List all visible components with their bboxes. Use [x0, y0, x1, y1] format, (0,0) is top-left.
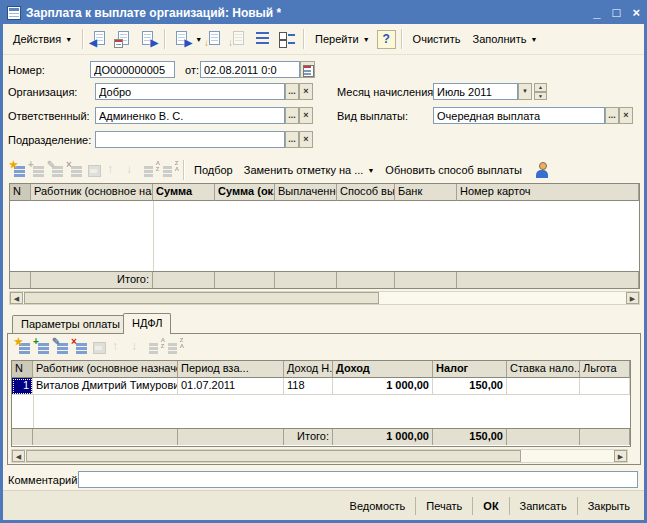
add-row-icon[interactable]: ★: [9, 161, 27, 179]
date-input[interactable]: [200, 61, 300, 78]
sort-asc-icon[interactable]: AZ: [142, 161, 160, 179]
titlebar[interactable]: Зарплата к выплате организаций: Новый * …: [2, 2, 645, 23]
column-header: Период вза...: [178, 361, 284, 378]
payment-type-choose-button[interactable]: ...: [605, 107, 619, 124]
move-up-icon[interactable]: ↑: [104, 161, 122, 179]
benefit-cell[interactable]: [580, 378, 630, 395]
department-input[interactable]: [95, 131, 285, 148]
help-button[interactable]: ?: [377, 30, 396, 49]
department-choose-button[interactable]: ...: [285, 131, 299, 148]
copy-row-icon[interactable]: +: [33, 338, 51, 356]
table-row[interactable]: 1 Виталов Дмитрий Тимурович 01.07.2011 1…: [12, 378, 630, 395]
post-document-icon[interactable]: ↓: [204, 28, 226, 50]
tab-payment-parameters[interactable]: Параметры оплаты: [12, 315, 129, 333]
scroll-thumb[interactable]: [24, 292, 379, 304]
spin-up-icon[interactable]: ▲: [534, 83, 547, 92]
rate-cell[interactable]: [507, 378, 580, 395]
column-header: Доход: [333, 361, 433, 378]
ndfl-h-scrollbar[interactable]: ◀ ▶: [11, 449, 628, 463]
organization-clear-button[interactable]: ×: [299, 83, 313, 100]
statement-button[interactable]: Ведомость: [340, 493, 416, 519]
person-icon[interactable]: [534, 161, 550, 179]
payments-table-body[interactable]: [10, 201, 639, 271]
end-edit-icon[interactable]: [85, 161, 103, 179]
period-cell[interactable]: 01.07.2011: [178, 378, 284, 395]
department-clear-button[interactable]: ×: [299, 131, 313, 148]
document-list-icon[interactable]: [252, 28, 274, 50]
number-input[interactable]: [90, 61, 175, 78]
doc-number-icon[interactable]: [113, 28, 135, 50]
settings-checklist-icon[interactable]: [276, 28, 298, 50]
copy-dropdown-icon[interactable]: ▼: [195, 36, 202, 43]
payments-h-scrollbar[interactable]: ◀ ▶: [9, 291, 640, 305]
column-header: Банк: [395, 184, 457, 201]
clear-button[interactable]: Очистить: [408, 31, 466, 47]
goto-menu-button[interactable]: Перейти ▼: [310, 31, 375, 47]
actions-menu-button[interactable]: Действия ▼: [8, 31, 77, 47]
doc-prev-icon[interactable]: ◀: [89, 28, 111, 50]
payments-table-footer: Итого:: [10, 271, 639, 288]
scroll-left-button[interactable]: ◀: [12, 450, 25, 462]
move-up-icon[interactable]: ↑: [109, 338, 127, 356]
scroll-right-button[interactable]: ▶: [626, 292, 639, 304]
month-spinner[interactable]: ▲ ▼: [534, 83, 547, 100]
window-controls: _ □ ×: [593, 6, 640, 19]
responsible-input[interactable]: [95, 107, 285, 124]
ndfl-panel: ★ + ✎ × ↑ ↓ AZ ZA N Работник (основное н…: [7, 333, 641, 465]
scroll-left-button[interactable]: ◀: [10, 292, 23, 304]
replace-mark-button[interactable]: Заменить отметку на ... ▼: [239, 162, 380, 178]
number-label: Номер:: [8, 64, 45, 76]
date-label: от:: [185, 64, 199, 76]
responsible-label: Ответственный:: [8, 110, 90, 122]
month-dropdown-button[interactable]: ▼: [518, 83, 532, 100]
sort-desc-icon[interactable]: ZA: [161, 161, 179, 179]
payment-type-input[interactable]: [433, 107, 605, 124]
scroll-thumb[interactable]: [26, 450, 521, 462]
tab-ndfl[interactable]: НДФЛ: [123, 313, 171, 334]
responsible-choose-button[interactable]: ...: [285, 107, 299, 124]
spin-down-icon[interactable]: ▼: [534, 92, 547, 101]
edit-row-icon[interactable]: ✎: [52, 338, 70, 356]
column-header: Доход Н...: [284, 361, 333, 378]
update-payment-method-button[interactable]: Обновить способ выплаты: [380, 162, 526, 178]
toolbar-separator: [82, 29, 84, 49]
scroll-right-button[interactable]: ▶: [614, 450, 627, 462]
calendar-button[interactable]: [300, 61, 315, 78]
row-number-cell[interactable]: 1: [12, 378, 33, 395]
column-header: Льгота: [580, 361, 630, 378]
responsible-clear-button[interactable]: ×: [299, 107, 313, 124]
worker-cell[interactable]: Виталов Дмитрий Тимурович: [33, 378, 178, 395]
ok-button[interactable]: ОК: [473, 493, 508, 519]
sort-desc-icon[interactable]: ZA: [166, 338, 184, 356]
fill-menu-button[interactable]: Заполнить ▼: [468, 31, 543, 47]
delete-row-icon[interactable]: ×: [71, 338, 89, 356]
copy-document-icon[interactable]: ▶: [171, 28, 193, 50]
organization-input[interactable]: [95, 83, 285, 100]
end-edit-icon[interactable]: [90, 338, 108, 356]
move-down-icon[interactable]: ↓: [123, 161, 141, 179]
tax-cell[interactable]: 150,00: [433, 378, 507, 395]
edit-row-icon[interactable]: ✎: [47, 161, 65, 179]
print-button[interactable]: Печать: [416, 493, 472, 519]
ndfl-table-body[interactable]: [12, 395, 630, 428]
income-code-cell[interactable]: 118: [284, 378, 333, 395]
maximize-button[interactable]: □: [613, 6, 621, 19]
copy-row-icon[interactable]: +: [28, 161, 46, 179]
minimize-button[interactable]: _: [593, 6, 600, 19]
close-form-button[interactable]: Закрыть: [578, 493, 640, 519]
month-input[interactable]: [433, 83, 518, 100]
unpost-document-icon[interactable]: ↓: [228, 28, 250, 50]
add-row-icon[interactable]: ★: [14, 338, 32, 356]
move-down-icon[interactable]: ↓: [128, 338, 146, 356]
income-cell[interactable]: 1 000,00: [333, 378, 433, 395]
close-button[interactable]: ×: [632, 6, 640, 19]
sort-asc-icon[interactable]: AZ: [147, 338, 165, 356]
toolbar-separator: [401, 29, 403, 49]
organization-choose-button[interactable]: ...: [285, 83, 299, 100]
pick-button[interactable]: Подбор: [189, 162, 238, 178]
payment-type-clear-button[interactable]: ×: [619, 107, 633, 124]
delete-row-icon[interactable]: ×: [66, 161, 84, 179]
doc-next-icon[interactable]: ▶: [137, 28, 159, 50]
comment-input[interactable]: [78, 471, 638, 488]
save-button[interactable]: Записать: [510, 493, 577, 519]
